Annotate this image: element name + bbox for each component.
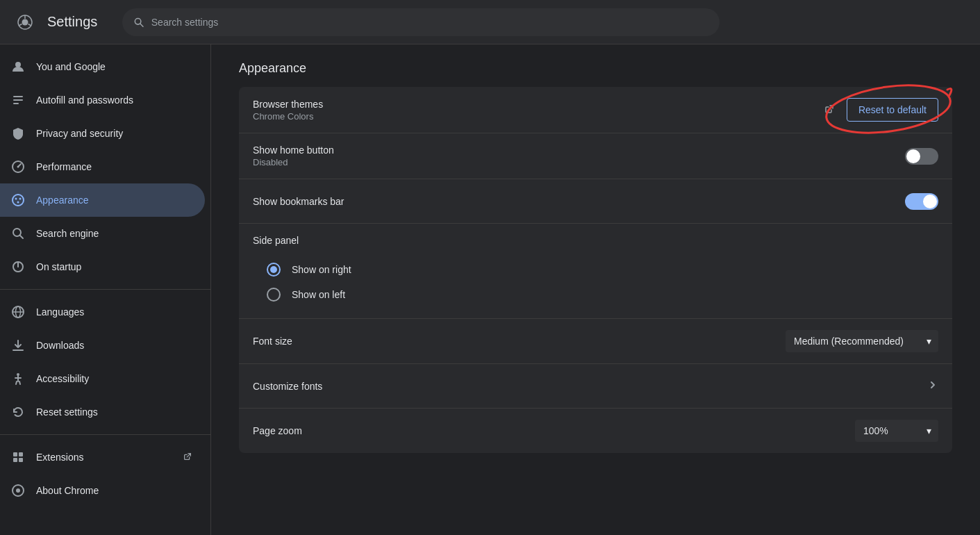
sidebar-label-autofill: Autofill and passwords bbox=[36, 94, 194, 106]
font-size-select[interactable]: Very small Small Medium (Recommended) La… bbox=[786, 330, 938, 352]
shield-icon bbox=[11, 126, 25, 140]
external-link-icon bbox=[183, 452, 194, 463]
page-zoom-title: Page zoom bbox=[253, 425, 855, 436]
sidebar-item-performance[interactable]: Performance bbox=[0, 150, 205, 183]
sidebar-divider-2 bbox=[0, 434, 210, 435]
sidebar-item-appearance[interactable]: Appearance bbox=[0, 183, 205, 217]
page-zoom-info: Page zoom bbox=[253, 425, 855, 436]
svg-point-16 bbox=[17, 201, 19, 204]
sidebar-label-you-and-google: You and Google bbox=[36, 61, 194, 72]
download-icon bbox=[11, 338, 25, 352]
page-zoom-select[interactable]: 75% 90% 100% 110% 125% 150% bbox=[855, 420, 938, 442]
side-panel-option-right[interactable]: Show on right bbox=[253, 257, 938, 282]
browser-themes-title: Browser themes bbox=[253, 99, 823, 110]
sidebar-item-on-startup[interactable]: On startup bbox=[0, 250, 205, 283]
customize-fonts-info: Customize fonts bbox=[253, 381, 927, 392]
sidebar-label-accessibility: Accessibility bbox=[36, 373, 194, 384]
page-zoom-dropdown-wrapper: 75% 90% 100% 110% 125% 150% ▾ bbox=[855, 420, 938, 442]
sidebar-label-performance: Performance bbox=[36, 161, 194, 172]
svg-rect-30 bbox=[13, 452, 17, 456]
sidebar-item-accessibility[interactable]: Accessibility bbox=[0, 362, 205, 395]
svg-rect-10 bbox=[13, 103, 19, 104]
sidebar-item-languages[interactable]: Languages bbox=[0, 295, 205, 329]
show-bookmarks-bar-row: Show bookmarks bar bbox=[239, 179, 952, 224]
page-zoom-row: Page zoom 75% 90% 100% 110% 125% 150% ▾ bbox=[239, 409, 952, 453]
section-title: Appearance bbox=[239, 61, 952, 76]
svg-point-15 bbox=[19, 198, 22, 200]
font-size-action: Very small Small Medium (Recommended) La… bbox=[786, 330, 938, 352]
sidebar-label-appearance: Appearance bbox=[36, 195, 194, 206]
show-home-button-info: Show home button Disabled bbox=[253, 145, 905, 167]
customize-fonts-row[interactable]: Customize fonts bbox=[239, 364, 952, 409]
browser-themes-link-icon[interactable] bbox=[823, 103, 836, 117]
svg-point-12 bbox=[17, 166, 19, 168]
main-layout: You and Google Autofill and passwords Pr… bbox=[0, 44, 980, 535]
sidebar-item-search-engine[interactable]: Search engine bbox=[0, 217, 205, 250]
app-header: Settings bbox=[0, 0, 980, 44]
sidebar-item-about-chrome[interactable]: About Chrome bbox=[0, 474, 205, 507]
customize-fonts-chevron bbox=[927, 379, 938, 393]
svg-rect-33 bbox=[19, 458, 23, 462]
sidebar-item-downloads[interactable]: Downloads bbox=[0, 329, 205, 362]
side-panel-left-label: Show on left bbox=[292, 289, 345, 300]
svg-line-6 bbox=[140, 24, 143, 26]
sidebar-item-extensions[interactable]: Extensions bbox=[0, 441, 205, 474]
svg-line-3 bbox=[28, 24, 32, 26]
sidebar-label-extensions: Extensions bbox=[36, 452, 172, 463]
chrome-nav-icon bbox=[11, 484, 25, 497]
show-home-button-toggle[interactable] bbox=[905, 148, 938, 165]
show-home-button-title: Show home button bbox=[253, 145, 905, 156]
page-zoom-action: 75% 90% 100% 110% 125% 150% ▾ bbox=[855, 420, 938, 442]
side-panel-right-label: Show on right bbox=[292, 264, 351, 275]
reset-icon bbox=[11, 405, 25, 419]
side-panel-section: Side panel Show on right Show on left bbox=[239, 224, 952, 319]
svg-point-13 bbox=[13, 195, 24, 206]
radio-show-on-right[interactable] bbox=[267, 263, 281, 277]
customize-fonts-title: Customize fonts bbox=[253, 381, 927, 392]
sidebar-item-privacy[interactable]: Privacy and security bbox=[0, 117, 205, 150]
svg-point-35 bbox=[16, 488, 20, 493]
sidebar-label-about-chrome: About Chrome bbox=[36, 485, 194, 496]
browser-themes-info: Browser themes Chrome Colors bbox=[253, 99, 823, 122]
chrome-logo-icon bbox=[14, 11, 36, 33]
accessibility-icon bbox=[11, 372, 25, 386]
show-home-button-sub: Disabled bbox=[253, 157, 905, 167]
sidebar-label-on-startup: On startup bbox=[36, 261, 194, 272]
show-bookmarks-bar-toggle[interactable] bbox=[905, 193, 938, 210]
reset-btn-wrapper: Reset to default bbox=[847, 98, 938, 122]
sidebar: You and Google Autofill and passwords Pr… bbox=[0, 44, 211, 535]
content-area: Appearance Browser themes Chrome Colors bbox=[211, 44, 980, 535]
svg-rect-31 bbox=[19, 452, 23, 456]
font-size-info: Font size bbox=[253, 336, 786, 347]
sidebar-label-search-engine: Search engine bbox=[36, 228, 194, 239]
show-bookmarks-bar-info: Show bookmarks bar bbox=[253, 196, 905, 207]
font-size-dropdown-wrapper: Very small Small Medium (Recommended) La… bbox=[786, 330, 938, 352]
browser-themes-action: Reset to default bbox=[823, 98, 938, 122]
svg-point-7 bbox=[15, 62, 21, 67]
settings-card-main: Browser themes Chrome Colors Reset to de… bbox=[239, 87, 952, 453]
svg-line-29 bbox=[19, 381, 20, 384]
search-input[interactable] bbox=[151, 17, 709, 28]
side-panel-option-left[interactable]: Show on left bbox=[253, 282, 938, 307]
sidebar-item-reset-settings[interactable]: Reset settings bbox=[0, 395, 205, 429]
svg-point-1 bbox=[22, 19, 28, 25]
reset-to-default-button[interactable]: Reset to default bbox=[847, 98, 938, 122]
browser-themes-row: Browser themes Chrome Colors Reset to de… bbox=[239, 87, 952, 133]
svg-rect-9 bbox=[13, 99, 23, 101]
search-nav-icon bbox=[11, 227, 25, 240]
radio-show-on-left[interactable] bbox=[267, 288, 281, 302]
show-home-button-action bbox=[905, 148, 938, 165]
autofill-icon bbox=[11, 93, 25, 107]
show-bookmarks-bar-title: Show bookmarks bar bbox=[253, 196, 905, 207]
globe-icon bbox=[11, 305, 25, 319]
sidebar-label-languages: Languages bbox=[36, 306, 194, 318]
sidebar-item-autofill[interactable]: Autofill and passwords bbox=[0, 83, 205, 117]
performance-icon bbox=[11, 160, 25, 174]
power-icon bbox=[11, 260, 25, 274]
extensions-icon bbox=[11, 450, 25, 464]
search-bar[interactable] bbox=[122, 8, 720, 36]
sidebar-item-you-and-google[interactable]: You and Google bbox=[0, 50, 205, 83]
person-icon bbox=[11, 60, 25, 74]
search-icon bbox=[133, 17, 144, 28]
show-home-button-row: Show home button Disabled bbox=[239, 133, 952, 179]
